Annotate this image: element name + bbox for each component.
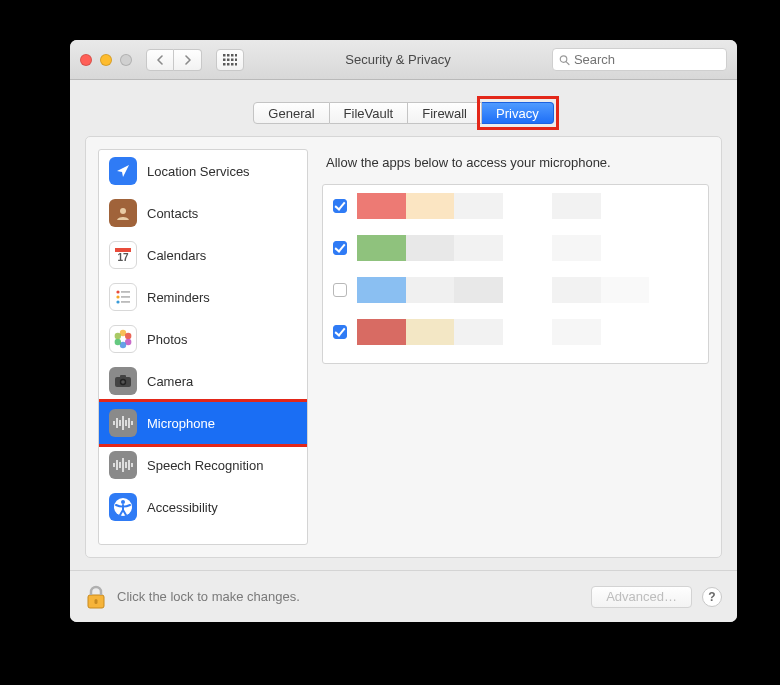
svg-rect-47 [131,463,133,467]
svg-rect-8 [223,63,226,66]
svg-rect-5 [227,58,230,61]
svg-rect-3 [235,54,237,57]
svg-rect-0 [223,54,226,57]
app-name-censored [357,235,698,261]
svg-rect-38 [125,420,127,426]
location-icon [109,157,137,185]
sidebar-item-calendars[interactable]: 17Calendars [99,234,307,276]
app-checkbox[interactable] [333,241,347,255]
tab-firewall[interactable]: Firewall [408,102,482,124]
forward-button[interactable] [174,49,202,71]
app-permission-list [322,184,709,364]
app-checkbox[interactable] [333,325,347,339]
sidebar-item-label: Reminders [147,290,210,305]
svg-point-19 [116,295,119,298]
grid-icon [223,54,237,66]
calendar-icon: 17 [109,241,137,269]
sidebar-item-accessibility[interactable]: Accessibility [99,486,307,528]
svg-rect-44 [122,458,124,472]
svg-rect-2 [231,54,234,57]
chevron-right-icon [184,55,192,65]
back-button[interactable] [146,49,174,71]
window-body: GeneralFileVaultFirewallPrivacy Location… [70,80,737,622]
svg-rect-41 [113,463,115,467]
footer: Click the lock to make changes. Advanced… [70,570,737,622]
sidebar-item-reminders[interactable]: Reminders [99,276,307,318]
svg-point-21 [116,300,119,303]
app-name-censored [357,319,698,345]
help-button[interactable]: ? [702,587,722,607]
app-name-censored [357,277,698,303]
svg-point-49 [121,500,125,504]
advanced-button[interactable]: Advanced… [591,586,692,608]
svg-point-29 [115,333,121,339]
category-detail: Allow the apps below to access your micr… [322,149,709,545]
microphone-icon [109,409,137,437]
svg-text:17: 17 [117,252,129,263]
titlebar: Security & Privacy [70,40,737,80]
reminders-icon [109,283,137,311]
sidebar-item-microphone[interactable]: Microphone [99,402,307,444]
sidebar-item-camera[interactable]: Camera [99,360,307,402]
svg-rect-35 [116,418,118,428]
app-row [323,269,708,311]
svg-point-33 [121,380,125,384]
sidebar-item-speech[interactable]: Speech Recognition [99,444,307,486]
svg-rect-45 [125,462,127,468]
app-checkbox[interactable] [333,283,347,297]
chevron-left-icon [156,55,164,65]
sidebar-item-location[interactable]: Location Services [99,150,307,192]
contacts-icon [109,199,137,227]
lock-icon[interactable] [85,584,107,610]
nav-buttons [146,49,202,71]
tabs-row: GeneralFileVaultFirewallPrivacy [70,80,737,136]
svg-point-25 [125,333,131,339]
maximize-button[interactable] [120,54,132,66]
app-row [323,311,708,353]
tab-privacy[interactable]: Privacy [482,102,554,124]
app-row [323,185,708,227]
app-row [323,227,708,269]
window-title: Security & Privacy [252,52,544,67]
sidebar-item-label: Photos [147,332,187,347]
search-icon [559,54,570,66]
category-description: Allow the apps below to access your micr… [322,149,709,184]
svg-rect-42 [116,460,118,470]
svg-rect-7 [235,58,237,61]
svg-point-28 [115,339,121,345]
svg-rect-11 [235,63,237,66]
sidebar-item-label: Accessibility [147,500,218,515]
accessibility-icon [109,493,137,521]
app-checkbox[interactable] [333,199,347,213]
svg-rect-18 [121,291,130,293]
sidebar-item-contacts[interactable]: Contacts [99,192,307,234]
svg-rect-9 [227,63,230,66]
svg-rect-6 [231,58,234,61]
svg-rect-1 [227,54,230,57]
sidebar-item-photos[interactable]: Photos [99,318,307,360]
svg-rect-10 [231,63,234,66]
speech-icon [109,451,137,479]
sidebar-item-label: Location Services [147,164,250,179]
tab-general[interactable]: General [253,102,329,124]
svg-line-13 [566,61,569,64]
camera-icon [109,367,137,395]
close-button[interactable] [80,54,92,66]
tab-filevault[interactable]: FileVault [330,102,409,124]
svg-rect-20 [121,296,130,298]
preferences-window: Security & Privacy GeneralFileVaultFirew… [70,40,737,622]
svg-rect-36 [119,420,121,426]
svg-rect-40 [131,421,133,425]
search-input[interactable] [574,52,720,67]
app-name-censored [357,193,698,219]
minimize-button[interactable] [100,54,112,66]
svg-point-14 [120,208,126,214]
show-all-button[interactable] [216,49,244,71]
tab-segment: GeneralFileVaultFirewallPrivacy [253,102,553,124]
search-field[interactable] [552,48,727,71]
svg-rect-37 [122,416,124,430]
sidebar-item-label: Calendars [147,248,206,263]
svg-rect-22 [121,301,130,303]
traffic-lights [80,54,132,66]
svg-rect-34 [113,421,115,425]
